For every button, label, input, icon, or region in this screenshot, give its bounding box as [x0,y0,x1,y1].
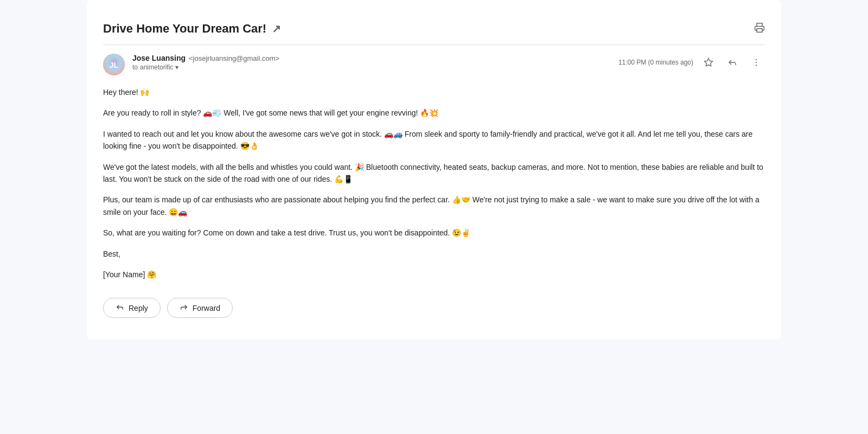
to-label: to [132,63,138,71]
more-options-icon[interactable] [748,54,765,71]
body-p4: We've got the latest models, with all th… [103,161,765,186]
svg-point-4 [756,59,757,60]
forward-btn-label: Forward [193,304,220,312]
email-body: Hey there! 🙌 Are you ready to roll in st… [103,82,765,280]
body-p7: Best, [103,248,765,260]
body-p1: Hey there! 🙌 [103,86,765,98]
forward-button[interactable]: Forward [167,298,233,318]
sender-email: <josejrluansing@gmail.com> [189,54,279,62]
reply-btn-icon [116,303,124,313]
body-p5: Plus, our team is made up of car enthusi… [103,194,765,218]
reply-button[interactable]: Reply [103,298,161,318]
sender-name-row: Jose Luansing <josejrluansing@gmail.com> [132,54,279,62]
forward-btn-icon [180,303,188,313]
svg-point-6 [756,65,757,66]
email-meta-row: JL Jose Luansing <josejrluansing@gmail.c… [103,45,765,82]
sender-info: JL Jose Luansing <josejrluansing@gmail.c… [103,54,279,75]
email-actions: 11:00 PM (0 minutes ago) [618,54,765,71]
sender-details: Jose Luansing <josejrluansing@gmail.com>… [132,54,279,71]
subject-text: Drive Home Your Dream Car! [103,22,266,36]
body-p8: [Your Name] 🤗 [103,269,765,280]
chevron-down-icon[interactable]: ▾ [175,63,178,71]
timestamp: 11:00 PM (0 minutes ago) [618,59,693,66]
to-name: animetorific [140,63,173,71]
page-wrapper: Drive Home Your Dream Car! ↗ [0,0,868,434]
sender-name: Jose Luansing [132,54,186,62]
subject-row: Drive Home Your Dream Car! ↗ [103,11,765,44]
reply-icon[interactable] [724,54,741,71]
email-subject: Drive Home Your Dream Car! ↗ [103,22,281,36]
email-container: Drive Home Your Dream Car! ↗ [87,0,781,340]
to-row: to animetorific ▾ [132,63,279,71]
subject-forward-icon[interactable]: ↗ [272,22,281,35]
reply-forward-area: Reply Forward [103,293,765,318]
avatar: JL [103,54,125,75]
print-icon[interactable] [754,22,765,36]
svg-rect-0 [757,28,762,32]
body-p2: Are you ready to roll in style? 🚗💨 Well,… [103,107,765,119]
body-p3: I wanted to reach out and let you know a… [103,128,765,152]
star-icon[interactable] [700,54,717,71]
body-p6: So, what are you waiting for? Come on do… [103,227,765,239]
svg-marker-3 [705,59,713,66]
reply-btn-label: Reply [129,304,148,312]
svg-point-5 [756,62,757,63]
svg-text:JL: JL [110,61,119,69]
